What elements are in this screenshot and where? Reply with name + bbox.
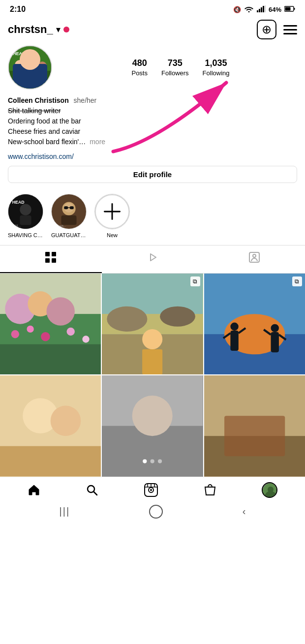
- nav-home-button[interactable]: [28, 484, 40, 496]
- profile-section: HEAD 480 Posts 735 Followers 1,035 Follo…: [0, 43, 305, 187]
- highlight-item-1[interactable]: HEAD @chl... SHAVING CH...: [8, 194, 43, 238]
- svg-rect-15: [27, 69, 35, 81]
- avatar-image: HEAD: [9, 46, 51, 89]
- highlight-item-3[interactable]: New: [94, 194, 130, 238]
- svg-point-88: [150, 489, 152, 491]
- svg-rect-5: [265, 5, 266, 12]
- status-icons: 🔇 64%: [233, 5, 295, 14]
- svg-point-63: [230, 323, 238, 331]
- wifi-icon: [244, 5, 254, 14]
- followers-count: 735: [168, 58, 183, 68]
- bio-line2: Ordering food at the bar: [8, 116, 297, 126]
- svg-rect-8: [285, 7, 291, 10]
- svg-point-16: [38, 61, 47, 70]
- dropdown-icon[interactable]: ▾: [56, 24, 61, 35]
- menu-button[interactable]: [283, 25, 297, 34]
- header-left: chrstsn_ ▾: [8, 23, 69, 36]
- grid-photo-2[interactable]: ⧉: [102, 274, 203, 374]
- profile-header: chrstsn_ ▾ ⊕: [0, 17, 305, 43]
- following-count: 1,035: [205, 58, 227, 68]
- followers-label: Followers: [161, 69, 189, 77]
- grid-icon: [45, 251, 57, 266]
- bio-section: Colleen Christison she/her Shit-talking …: [8, 95, 297, 147]
- svg-rect-35: [45, 252, 50, 256]
- grid-photo-1[interactable]: [0, 274, 101, 374]
- tab-reels[interactable]: [102, 245, 204, 273]
- svg-point-78: [143, 460, 147, 463]
- system-recent-button[interactable]: |||: [60, 506, 70, 517]
- svg-rect-37: [45, 258, 50, 263]
- profile-stats: 480 Posts 735 Followers 1,035 Following: [64, 58, 297, 77]
- nav-profile-avatar[interactable]: [262, 482, 277, 498]
- highlight-label-2: GUATGUATGU...: [51, 232, 87, 238]
- bio-line4: New-school bard flexin'… more: [8, 137, 297, 147]
- highlight-circle-new: [94, 194, 130, 229]
- svg-line-85: [93, 491, 97, 495]
- svg-point-79: [151, 460, 154, 463]
- svg-point-21: [20, 204, 31, 215]
- bio-line3: Cheese fries and caviar: [8, 126, 297, 137]
- posts-stat[interactable]: 480 Posts: [131, 58, 148, 77]
- svg-point-56: [142, 329, 162, 349]
- username-label[interactable]: chrstsn_: [8, 23, 53, 36]
- svg-rect-47: [0, 344, 101, 375]
- system-back-button[interactable]: ‹: [243, 506, 246, 517]
- grid-photo-6[interactable]: [204, 375, 305, 476]
- svg-rect-2: [259, 9, 260, 12]
- svg-rect-7: [294, 8, 295, 10]
- following-stat[interactable]: 1,035 Following: [203, 58, 230, 77]
- profile-top: HEAD 480 Posts 735 Followers 1,035 Follo…: [8, 45, 297, 90]
- svg-point-73: [51, 406, 81, 436]
- svg-point-77: [132, 396, 173, 436]
- svg-point-14: [26, 58, 36, 69]
- following-label: Following: [203, 69, 230, 77]
- svg-point-58: [107, 307, 148, 332]
- play-icon: [147, 252, 158, 266]
- svg-rect-74: [0, 446, 101, 477]
- svg-point-49: [27, 326, 33, 333]
- nav-search-button[interactable]: [86, 484, 98, 496]
- svg-rect-22: [20, 215, 31, 225]
- svg-rect-26: [61, 215, 76, 225]
- svg-marker-39: [151, 254, 156, 261]
- grid-photo-3[interactable]: ⧉: [204, 274, 305, 374]
- svg-point-52: [82, 336, 89, 342]
- tab-tagged[interactable]: [203, 245, 305, 273]
- profile-tabs: [0, 245, 305, 274]
- highlight-circle-2: @back...: [51, 194, 87, 229]
- svg-point-46: [46, 297, 74, 325]
- followers-stat[interactable]: 735 Followers: [161, 58, 189, 77]
- edit-profile-button[interactable]: Edit profile: [8, 166, 297, 183]
- add-post-button[interactable]: ⊕: [257, 20, 276, 39]
- svg-text:HEAD: HEAD: [13, 51, 26, 56]
- svg-rect-1: [257, 10, 258, 12]
- highlight-item-2[interactable]: @back... GUATGUATGU...: [51, 194, 87, 238]
- nav-shop-button[interactable]: [204, 483, 216, 497]
- multi-photo-icon-2: ⧉: [292, 276, 302, 286]
- multi-photo-icon: ⧉: [190, 276, 200, 286]
- svg-text:HEAD: HEAD: [12, 200, 25, 205]
- header-right: ⊕: [257, 20, 297, 39]
- svg-rect-28: [64, 206, 68, 209]
- svg-rect-57: [142, 349, 162, 374]
- bio-more[interactable]: more: [90, 138, 105, 146]
- svg-point-50: [41, 332, 50, 341]
- system-home-button[interactable]: [149, 505, 163, 519]
- avatar[interactable]: HEAD: [8, 45, 52, 90]
- status-time: 2:10: [10, 5, 26, 14]
- photo-grid: ⧉ ⧉: [0, 274, 305, 477]
- svg-point-12: [15, 60, 25, 70]
- nav-reels-button[interactable]: [144, 483, 158, 497]
- svg-point-41: [253, 254, 256, 257]
- grid-photo-5[interactable]: [102, 375, 203, 476]
- svg-text:@chl...: @chl...: [10, 224, 21, 227]
- tab-grid[interactable]: [0, 245, 102, 273]
- svg-point-51: [67, 328, 75, 336]
- bio-link[interactable]: www.cchristison.com/: [8, 153, 74, 160]
- grid-photo-4[interactable]: [0, 375, 101, 476]
- highlight-label-new: New: [107, 232, 118, 238]
- signal-icon: [257, 5, 266, 14]
- live-indicator: [63, 27, 69, 32]
- highlight-circle-1: HEAD @chl...: [8, 194, 43, 229]
- svg-point-59: [160, 307, 195, 327]
